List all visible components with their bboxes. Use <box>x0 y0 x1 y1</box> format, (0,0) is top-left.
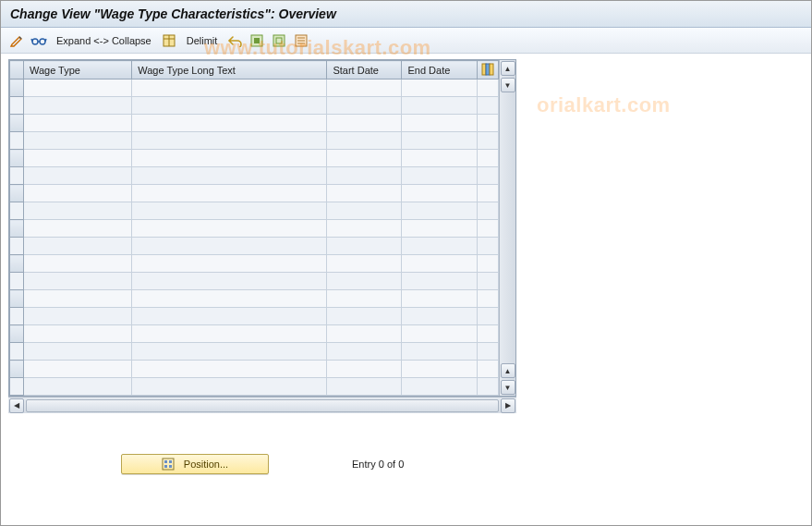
row-selector-header[interactable] <box>10 61 24 80</box>
cell[interactable] <box>327 115 402 132</box>
cell[interactable] <box>402 97 477 115</box>
cell[interactable] <box>132 361 327 378</box>
cell[interactable] <box>132 378 327 396</box>
cell[interactable] <box>477 115 499 132</box>
cell[interactable] <box>327 80 402 97</box>
cell[interactable] <box>23 325 131 343</box>
cell[interactable] <box>327 325 402 343</box>
cell[interactable] <box>23 273 131 290</box>
deselect-all-icon[interactable] <box>271 32 287 49</box>
cell[interactable] <box>402 150 477 167</box>
cell[interactable] <box>402 115 477 132</box>
cell[interactable] <box>327 202 402 220</box>
cell[interactable] <box>477 202 499 220</box>
cell[interactable] <box>327 185 402 202</box>
row-selector[interactable] <box>10 202 24 220</box>
cell[interactable] <box>477 97 499 115</box>
cell[interactable] <box>402 238 477 255</box>
row-selector[interactable] <box>10 132 24 150</box>
row-selector[interactable] <box>10 255 24 273</box>
cell[interactable] <box>402 80 477 97</box>
cell[interactable] <box>23 290 131 308</box>
cell[interactable] <box>132 80 327 97</box>
glasses-icon[interactable] <box>30 32 47 49</box>
cell[interactable] <box>477 361 499 378</box>
cell[interactable] <box>132 255 327 273</box>
table-settings-icon[interactable] <box>161 32 177 49</box>
row-selector[interactable] <box>10 167 24 185</box>
cell[interactable] <box>327 290 402 308</box>
cell[interactable] <box>132 308 327 325</box>
col-wage-type[interactable]: Wage Type <box>23 61 131 80</box>
cell[interactable] <box>477 132 499 150</box>
cell[interactable] <box>132 97 327 115</box>
row-selector[interactable] <box>10 220 24 238</box>
cell[interactable] <box>132 273 327 290</box>
cell[interactable] <box>327 132 402 150</box>
cell[interactable] <box>402 290 477 308</box>
cell[interactable] <box>23 115 131 132</box>
cell[interactable] <box>132 185 327 202</box>
row-selector[interactable] <box>10 325 24 343</box>
position-button[interactable]: Position... <box>121 454 269 474</box>
row-selector[interactable] <box>10 343 24 361</box>
row-selector[interactable] <box>10 80 24 97</box>
cell[interactable] <box>132 343 327 361</box>
cell[interactable] <box>23 80 131 97</box>
cell[interactable] <box>23 167 131 185</box>
cell[interactable] <box>477 308 499 325</box>
config-list-icon[interactable] <box>293 32 309 49</box>
undo-icon[interactable] <box>226 32 243 49</box>
cell[interactable] <box>327 238 402 255</box>
cell[interactable] <box>23 150 131 167</box>
cell[interactable] <box>327 343 402 361</box>
cell[interactable] <box>23 132 131 150</box>
cell[interactable] <box>132 202 327 220</box>
cell[interactable] <box>477 185 499 202</box>
cell[interactable] <box>477 238 499 255</box>
col-end-date[interactable]: End Date <box>402 61 477 80</box>
row-selector[interactable] <box>10 185 24 202</box>
hscroll-thumb[interactable] <box>26 399 499 412</box>
cell[interactable] <box>23 202 131 220</box>
cell[interactable] <box>327 361 402 378</box>
row-selector[interactable] <box>10 238 24 255</box>
cell[interactable] <box>402 273 477 290</box>
cell[interactable] <box>477 325 499 343</box>
cell[interactable] <box>327 97 402 115</box>
cell[interactable] <box>327 273 402 290</box>
cell[interactable] <box>477 273 499 290</box>
scroll-down-top-icon[interactable]: ▼ <box>501 78 515 92</box>
cell[interactable] <box>132 220 327 238</box>
cell[interactable] <box>327 308 402 325</box>
cell[interactable] <box>327 255 402 273</box>
horizontal-scrollbar[interactable]: ◀ ▶ <box>8 397 516 413</box>
hscroll-right-icon[interactable]: ▶ <box>501 398 515 413</box>
scroll-down-icon[interactable]: ▼ <box>501 380 515 395</box>
cell[interactable] <box>402 325 477 343</box>
cell[interactable] <box>402 343 477 361</box>
row-selector[interactable] <box>10 378 24 396</box>
row-selector[interactable] <box>10 115 24 132</box>
cell[interactable] <box>132 325 327 343</box>
select-all-icon[interactable] <box>248 32 265 49</box>
cell[interactable] <box>132 115 327 132</box>
cell[interactable] <box>402 255 477 273</box>
cell[interactable] <box>23 185 131 202</box>
cell[interactable] <box>23 361 131 378</box>
hscroll-left-icon[interactable]: ◀ <box>9 398 24 413</box>
cell[interactable] <box>327 378 402 396</box>
cell[interactable] <box>402 185 477 202</box>
cell[interactable] <box>23 238 131 255</box>
cell[interactable] <box>23 97 131 115</box>
cell[interactable] <box>477 80 499 97</box>
row-selector[interactable] <box>10 290 24 308</box>
cell[interactable] <box>477 167 499 185</box>
change-tool-icon[interactable] <box>8 32 25 49</box>
cell[interactable] <box>477 343 499 361</box>
cell[interactable] <box>477 220 499 238</box>
cell[interactable] <box>132 150 327 167</box>
cell[interactable] <box>132 238 327 255</box>
cell[interactable] <box>132 167 327 185</box>
cell[interactable] <box>23 378 131 396</box>
